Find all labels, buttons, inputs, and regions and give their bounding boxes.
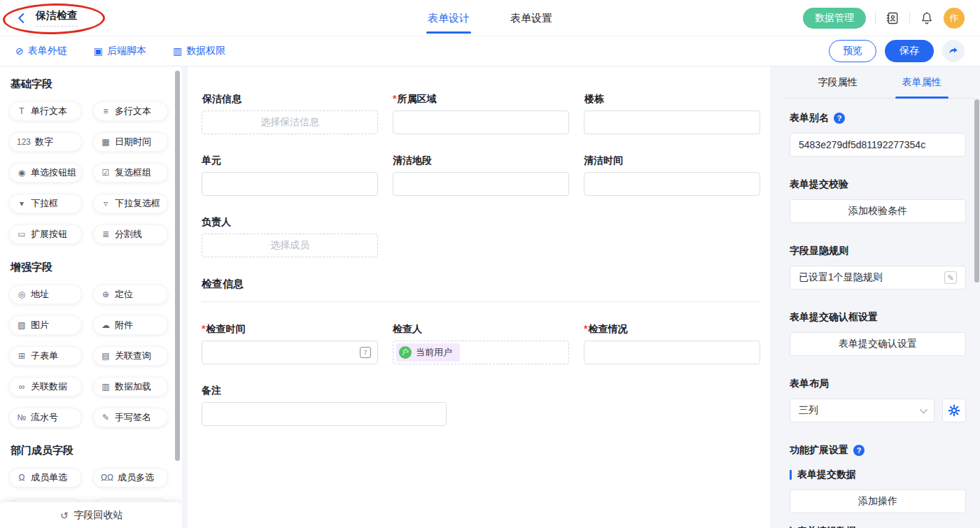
save-button[interactable]: 保存: [885, 40, 934, 62]
field-item-image[interactable]: ▧图片: [9, 315, 82, 335]
check-time-date-input[interactable]: [202, 341, 378, 364]
owner-picker[interactable]: 选择成员: [202, 234, 378, 257]
field-building[interactable]: 楼栋: [584, 93, 760, 134]
share-arrow-icon: [948, 45, 959, 57]
back-button[interactable]: [15, 11, 29, 25]
field-unit[interactable]: 单元: [202, 155, 378, 196]
edit-icon[interactable]: [944, 271, 957, 284]
lookup-icon: ▤: [101, 351, 111, 361]
clean-time-input[interactable]: [584, 172, 760, 196]
field-item-member-single[interactable]: Ω成员单选: [9, 468, 82, 487]
field-recycle-bin[interactable]: ↺ 字段回收站: [0, 502, 182, 528]
field-item-label: 地址: [31, 288, 49, 301]
checkbox-group-icon: ☑: [101, 168, 111, 178]
field-item-multi-text[interactable]: ≡多行文本: [93, 101, 168, 121]
field-item-label: 成员单选: [31, 471, 67, 484]
form-canvas: 保洁信息 选择保洁信息 *所属区域 楼栋 单元 清洁地段: [188, 66, 770, 528]
form-alias-input[interactable]: 5483e279df5d81192277354c: [790, 133, 966, 157]
field-item-subform[interactable]: ⊞子表单: [9, 346, 82, 366]
building-input[interactable]: [584, 110, 760, 134]
sidebar-scrollbar[interactable]: [175, 71, 180, 461]
layout-settings-button[interactable]: [942, 399, 966, 422]
tab-form-properties[interactable]: 表单属性: [899, 66, 944, 98]
clean-section-input[interactable]: [393, 172, 569, 196]
checker-member-picker[interactable]: 户 当前用户: [393, 341, 569, 364]
field-item-label: 单选按钮组: [31, 166, 76, 179]
window-scrollbar[interactable]: [974, 99, 979, 283]
submit-confirm-button[interactable]: 表单提交确认设置: [790, 332, 966, 356]
field-item-serial-number[interactable]: №流水号: [9, 408, 82, 427]
field-item-divider[interactable]: ≣分割线: [93, 224, 168, 244]
field-item-multi-select[interactable]: ▿下拉复选框: [93, 194, 168, 213]
subform-icon: ⊞: [17, 351, 27, 361]
submit-data-group-label: 表单提交数据: [790, 469, 966, 481]
field-item-label: 分割线: [115, 228, 142, 241]
avatar[interactable]: 作: [944, 8, 965, 29]
field-owner[interactable]: 负责人 选择成员: [202, 216, 378, 257]
field-item-label: 下拉复选框: [115, 197, 160, 210]
unit-input[interactable]: [202, 172, 378, 196]
tab-form-design[interactable]: 表单设计: [426, 1, 471, 36]
header-right: 数据管理 作: [803, 8, 965, 29]
required-mark: *: [393, 93, 396, 106]
field-item-signature[interactable]: ✎手写签名: [93, 408, 168, 427]
field-item-number[interactable]: 123数字: [9, 132, 82, 152]
field-item-select[interactable]: ▾下拉框: [9, 194, 82, 213]
field-check-status[interactable]: *检查情况: [584, 323, 760, 364]
field-item-data-load[interactable]: ▥数据加载: [93, 377, 168, 397]
field-cleaning-info[interactable]: 保洁信息 选择保洁信息: [202, 93, 378, 134]
toolbar-right: 预览 保存: [829, 40, 965, 62]
help-icon[interactable]: [853, 445, 864, 456]
contacts-icon[interactable]: [885, 10, 900, 26]
field-item-label: 流水号: [31, 411, 58, 424]
toolbar-link-label: 表单外链: [28, 45, 67, 57]
cleaning-info-picker[interactable]: 选择保洁信息: [202, 110, 378, 134]
submit-data-add-action-button[interactable]: 添加操作: [790, 490, 966, 513]
field-item-location[interactable]: ⊕定位: [93, 285, 168, 304]
field-item-radio-group[interactable]: ◉单选按钮组: [9, 163, 82, 183]
divider-icon: ≣: [101, 229, 111, 239]
data-manage-button[interactable]: 数据管理: [803, 8, 866, 29]
data-permission-link[interactable]: ▥ 数据权限: [173, 45, 225, 57]
field-item-expand-button[interactable]: ▭扩展按钮: [9, 224, 82, 244]
recycle-icon: ↺: [59, 510, 69, 521]
share-button[interactable]: [942, 40, 965, 62]
remark-input[interactable]: [202, 402, 447, 426]
field-clean-time[interactable]: 清洁时间: [584, 155, 760, 196]
gear-icon: [948, 404, 960, 417]
linked-data-icon: ∞: [17, 382, 27, 392]
toolbar-link-label: 后端脚本: [107, 45, 146, 57]
backend-script-link[interactable]: ▣ 后端脚本: [94, 45, 146, 57]
field-item-checkbox-group[interactable]: ☑复选框组: [93, 163, 168, 183]
toolbar-link-label: 数据权限: [186, 45, 225, 57]
visibility-rules-box[interactable]: 已设置1个显隐规则: [790, 266, 966, 290]
field-item-member-multi[interactable]: ΩΩ成员多选: [93, 468, 168, 487]
preview-button[interactable]: 预览: [829, 40, 876, 62]
form-alias-label: 表单别名: [790, 112, 829, 124]
field-item-attachment[interactable]: ☁附件: [93, 315, 168, 335]
main: 基础字段 T单行文本 ≡多行文本 123数字 ▦日期时间 ◉单选按钮组 ☑复选框…: [0, 66, 980, 528]
field-item-lookup[interactable]: ▤关联查询: [93, 346, 168, 366]
help-icon[interactable]: [834, 113, 845, 124]
field-clean-section[interactable]: 清洁地段: [393, 155, 569, 196]
field-item-linked-data[interactable]: ∞关联数据: [9, 377, 82, 397]
back-wrap: 保洁检查: [15, 9, 78, 27]
check-status-input[interactable]: [584, 341, 760, 364]
field-label: 清洁地段: [393, 155, 432, 167]
area-input[interactable]: [393, 110, 569, 134]
field-remark[interactable]: 备注: [202, 385, 760, 426]
tab-form-settings[interactable]: 表单设置: [509, 1, 554, 36]
field-item-datetime[interactable]: ▦日期时间: [93, 132, 168, 152]
tab-field-properties[interactable]: 字段属性: [816, 66, 860, 98]
edit-data-group-label: 表单编辑数据: [790, 525, 966, 528]
add-validation-button[interactable]: 添加校验条件: [790, 199, 966, 223]
field-item-address[interactable]: ◎地址: [9, 285, 82, 304]
field-area[interactable]: *所属区域: [393, 93, 569, 134]
field-checker[interactable]: 检查人 户 当前用户: [393, 323, 569, 364]
field-check-time[interactable]: *检查时间: [202, 323, 378, 364]
multi-select-icon: ▿: [101, 199, 111, 208]
layout-select[interactable]: 三列: [790, 399, 934, 422]
bell-icon[interactable]: [919, 10, 934, 26]
field-item-single-text[interactable]: T单行文本: [9, 101, 82, 121]
form-external-link[interactable]: ⊘ 表单外链: [15, 45, 67, 57]
